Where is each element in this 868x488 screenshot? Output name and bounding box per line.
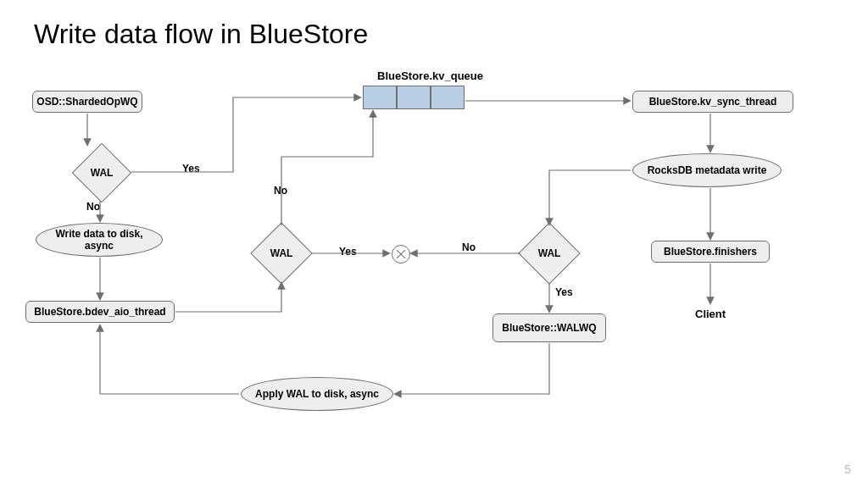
- node-rocks-write: RocksDB metadata write: [632, 153, 782, 187]
- kv-queue-cell-2: [397, 86, 431, 109]
- label-wal2-no: No: [274, 185, 287, 197]
- node-wal-3: WAL: [518, 222, 581, 285]
- label-merge-no: No: [462, 241, 476, 253]
- kv-queue-label: BlueStore.kv_queue: [377, 69, 483, 82]
- node-finishers: BlueStore.finishers: [651, 241, 770, 263]
- node-walwq: BlueStore::WALWQ: [492, 313, 606, 342]
- node-merge: [392, 245, 410, 263]
- node-apply-wal: Apply WAL to disk, async: [241, 377, 393, 411]
- kv-queue-cell-1: [363, 86, 397, 109]
- label-wal1-yes: Yes: [182, 163, 200, 175]
- page-number: 5: [844, 463, 851, 476]
- node-aio-thread: BlueStore.bdev_aio_thread: [25, 301, 175, 323]
- node-kv-sync: BlueStore.kv_sync_thread: [632, 91, 793, 113]
- node-wal-1-label: WAL: [91, 167, 114, 179]
- node-wal-2: WAL: [250, 222, 313, 285]
- label-wal3-yes: Yes: [555, 286, 573, 298]
- label-wal1-no: No: [86, 201, 100, 213]
- node-wal-3-label: WAL: [538, 247, 561, 259]
- node-osd-shardedopwq: OSD::ShardedOpWQ: [32, 91, 142, 113]
- node-write-async: Write data to disk, async: [36, 223, 163, 257]
- kv-queue-cell-3: [431, 86, 465, 109]
- slide-title: Write data flow in BlueStore: [34, 19, 368, 50]
- node-wal-1: WAL: [72, 143, 132, 203]
- node-wal-2-label: WAL: [270, 247, 293, 259]
- node-client: Client: [695, 308, 726, 320]
- label-wal2-yes: Yes: [339, 246, 357, 258]
